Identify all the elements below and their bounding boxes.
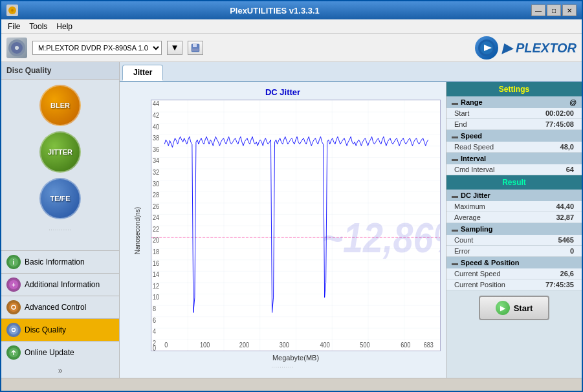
svg-text:300: 300 (280, 342, 290, 349)
svg-text:30: 30 (153, 180, 160, 188)
count-row: Count 5465 (446, 235, 582, 246)
svg-text:42: 42 (153, 111, 159, 119)
advanced-control-label: Advanced Control (25, 303, 86, 312)
status-bar (1, 378, 582, 391)
sidebar-item-advanced-control[interactable]: Advanced Control (1, 296, 119, 318)
speed-title: ▬ Speed (446, 130, 582, 142)
settings-section-interval: ▬ Interval Cmd Interval 64 (446, 153, 582, 175)
svg-text:600: 600 (401, 342, 411, 349)
disc-jitter-label: JITTER (48, 148, 72, 156)
disc-icons-area: BLER JITTER TE/FE ........... (1, 80, 119, 250)
additional-info-icon: + (6, 278, 21, 292)
speed-collapse-icon[interactable]: ▬ (452, 133, 458, 140)
interval-collapse-icon[interactable]: ▬ (452, 155, 458, 162)
online-update-label: Online Update (25, 348, 74, 357)
speed-position-collapse-icon[interactable]: ▬ (452, 259, 458, 267)
sidebar-item-disc-quality[interactable]: Disc Quality (1, 318, 119, 341)
main-window: PlexUTILITIES v1.3.3.1 — □ ✕ File Tools … (0, 0, 583, 392)
svg-text:12: 12 (153, 282, 159, 290)
disc-item-bler[interactable]: BLER (6, 85, 114, 126)
svg-text:24: 24 (153, 214, 160, 222)
toolbar: M:PLEXTOR DVDR PX-890SA 1.00 ▼ ▶ PLEXTOR (1, 34, 582, 62)
svg-text:16: 16 (153, 259, 160, 267)
menu-bar: File Tools Help (1, 19, 582, 34)
sampling-title: ▬ Sampling (446, 223, 582, 235)
menu-tools[interactable]: Tools (25, 21, 51, 32)
svg-point-17 (9, 325, 18, 334)
disc-quality-icon (6, 323, 21, 337)
svg-text:22: 22 (153, 225, 159, 233)
svg-rect-6 (193, 44, 197, 47)
dropdown-button[interactable]: ▼ (167, 41, 182, 55)
start-button[interactable]: ▶ Start (479, 296, 550, 320)
svg-text:100: 100 (200, 342, 210, 349)
sidebar-item-online-update[interactable]: Online Update (1, 341, 119, 364)
minimize-button[interactable]: — (531, 5, 545, 16)
result-section-dc-jitter: ▬ DC Jitter Maximum 44,40 Average 32,87 (446, 190, 582, 223)
current-speed-row: Current Speed 26,6 (446, 268, 582, 279)
chart-title: DC Jitter (125, 87, 441, 97)
app-icon (6, 5, 18, 16)
range-collapse-icon[interactable]: ▬ (452, 99, 458, 106)
sidebar-item-additional-info[interactable]: + Additional Information (1, 273, 119, 296)
plextor-brand-text: ▶ PLEXTOR (502, 40, 577, 56)
svg-point-4 (15, 46, 19, 50)
sidebar: Disc Quality BLER JITTER TE/FE (1, 62, 120, 378)
dc-jitter-result-title: ▬ DC Jitter (446, 190, 582, 201)
sidebar-expand-arrow[interactable]: » (1, 364, 119, 378)
disc-tefe-icon: TE/FE (39, 178, 81, 219)
svg-text:14: 14 (153, 271, 160, 279)
online-update-icon (6, 345, 21, 360)
svg-text:0: 0 (153, 344, 157, 351)
tab-jitter[interactable]: Jitter (122, 65, 163, 81)
sampling-collapse-icon[interactable]: ▬ (452, 226, 458, 233)
chart-bottom-scroll: ........... (125, 362, 441, 370)
disc-quality-label: Disc Quality (25, 325, 66, 334)
svg-text:26: 26 (153, 202, 160, 210)
svg-text:18: 18 (153, 248, 160, 256)
svg-text:200: 200 (239, 342, 250, 349)
menu-file[interactable]: File (4, 21, 24, 32)
maximize-button[interactable]: □ (547, 5, 561, 16)
title-bar: PlexUTILITIES v1.3.3.1 — □ ✕ (1, 1, 582, 19)
disc-item-tefe[interactable]: TE/FE (6, 178, 114, 219)
range-at: @ (569, 98, 577, 106)
y-axis-label: Nanosecond(ns) (135, 207, 142, 254)
svg-text:8: 8 (153, 305, 157, 312)
cmd-interval-row: Cmd Interval 64 (446, 164, 582, 175)
scroll-indicator: ........... (6, 224, 114, 233)
result-section-sampling: ▬ Sampling Count 5465 Error 0 (446, 223, 582, 257)
range-title: ▬ Range @ (446, 96, 582, 108)
content-area: Jitter DC Jitter Nanosecond(ns) (120, 62, 582, 378)
average-row: Average 32,87 (446, 212, 582, 223)
main-content: Disc Quality BLER JITTER TE/FE (1, 62, 582, 378)
svg-text:~12,86%: ~12,86% (322, 214, 440, 261)
advanced-control-icon (6, 300, 21, 314)
drive-select[interactable]: M:PLEXTOR DVDR PX-890SA 1.00 (32, 41, 162, 55)
sidebar-nav: i Basic Information + Additional Informa… (1, 250, 119, 378)
save-button[interactable] (188, 41, 203, 55)
close-button[interactable]: ✕ (562, 5, 577, 16)
svg-text:34: 34 (153, 157, 160, 165)
svg-text:20: 20 (153, 237, 160, 245)
settings-panel: Settings ▬ Range @ Start 00:02:00 (446, 82, 582, 378)
basic-info-label: Basic Information (25, 257, 85, 267)
result-section-speed-position: ▬ Speed & Position Current Speed 26,6 Cu… (446, 257, 582, 290)
disc-item-jitter[interactable]: JITTER (6, 131, 114, 173)
svg-text:36: 36 (153, 146, 160, 153)
additional-info-label: Additional Information (25, 280, 100, 289)
svg-point-15 (9, 303, 18, 312)
drive-icon (6, 38, 27, 58)
svg-text:683: 683 (424, 342, 434, 349)
svg-text:40: 40 (153, 123, 160, 131)
svg-text:i: i (13, 259, 15, 266)
menu-help[interactable]: Help (52, 21, 76, 32)
dc-jitter-collapse-icon[interactable]: ▬ (452, 192, 458, 199)
start-btn-area: ▶ Start (446, 290, 582, 325)
svg-rect-7 (192, 49, 199, 51)
sidebar-item-basic-info[interactable]: i Basic Information (1, 250, 119, 273)
svg-text:32: 32 (153, 168, 159, 176)
settings-section-speed: ▬ Speed Read Speed 48,0 (446, 130, 582, 153)
basic-info-icon: i (6, 255, 21, 269)
range-start-row: Start 00:02:00 (446, 108, 582, 119)
